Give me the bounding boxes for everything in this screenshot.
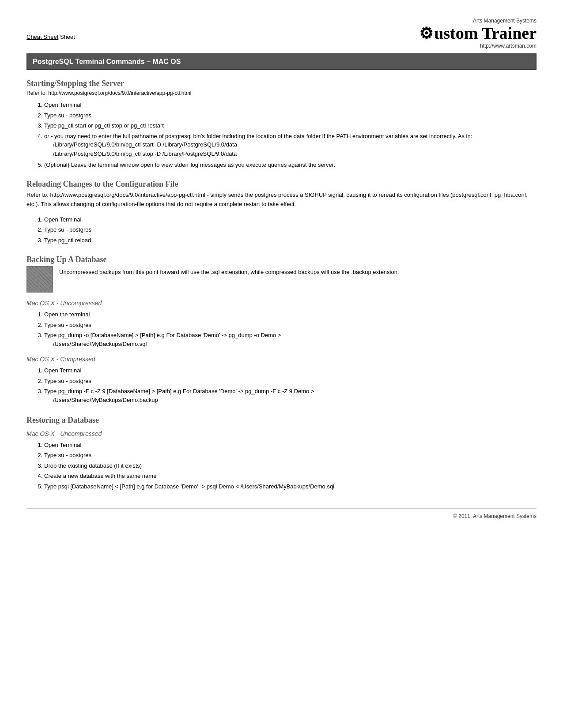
step4-paths: /Library/PostgreSQL/9.0/bin/pg_ctl start…: [53, 140, 537, 159]
steps-list-reloading: Open Terminal Type su - postgres Type pg…: [44, 215, 537, 245]
list-item: (Optional) Leave the terminal window ope…: [44, 161, 537, 169]
list-item: Open Terminal: [44, 441, 537, 450]
list-item: Type su - postgres: [44, 451, 537, 460]
page-title-bar: PostgreSQL Terminal Commands – MAC OS: [26, 53, 537, 70]
list-item: Type su - postgres: [44, 111, 537, 120]
steps-list-backup-uncompressed: Open the terminal Type su - postgres Typ…: [44, 310, 537, 349]
backup-comp-step3-line2: /Users/Shared/MyBackups/Demo.backup: [53, 396, 537, 405]
section-heading-reloading: Reloading Changes to the Configuration F…: [26, 180, 537, 189]
brand-title: ⚙ustom Trainer: [419, 25, 537, 41]
backup-icon: [26, 266, 53, 293]
steps-list-restore-uncompressed: Open Terminal Type su - postgres Drop th…: [44, 441, 537, 491]
brand-area: Arts Management Systems ⚙ustom Trainer h…: [419, 18, 537, 49]
section-starting-stopping: Starting/Stopping the Server Refer to: h…: [26, 79, 537, 169]
list-item: Type pg_dump -o [DatabaseName] > [Path] …: [44, 331, 537, 349]
section-reloading: Reloading Changes to the Configuration F…: [26, 180, 537, 244]
list-item: Type psql [DatabaseName] < [Path] e.g fo…: [44, 482, 537, 491]
steps-list-starting: Open Terminal Type su - postgres Type pg…: [44, 101, 537, 169]
backup-unc-step3-line1: Type pg_dump -o [DatabaseName] > [Path] …: [44, 332, 281, 338]
section-heading-backup: Backing Up A Database: [26, 255, 537, 264]
list-item: Open Terminal: [44, 101, 537, 109]
step4-text: or - you may need to enter the full path…: [44, 133, 472, 139]
company-name: Arts Management Systems: [419, 18, 537, 24]
section-backing-up: Backing Up A Database Uncompressed backu…: [26, 255, 537, 405]
list-item: or - you may need to enter the full path…: [44, 132, 537, 159]
list-item: Type pg_ctl reload: [44, 236, 537, 245]
section-restoring: Restoring a Database Mac OS X - Uncompre…: [26, 416, 537, 491]
brand-url: http://www.artsman.com: [419, 43, 537, 49]
subsection-uncompressed-backup: Mac OS X - Uncompressed: [26, 300, 537, 307]
list-item: Open Terminal: [44, 366, 537, 375]
gear-icon: ⚙: [419, 26, 433, 41]
list-item: Type su - postgres: [44, 225, 537, 234]
list-item: Type su - postgres: [44, 321, 537, 330]
cheat-sheet-label: Cheat Sheet Sheet: [26, 34, 75, 40]
list-item: Type pg_dump -F c -Z 9 [DatabaseName] > …: [44, 387, 537, 405]
steps-list-backup-compressed: Open Terminal Type su - postgres Type pg…: [44, 366, 537, 405]
page-header: Cheat Sheet Sheet Arts Management System…: [26, 18, 537, 49]
section-heading-restoring: Restoring a Database: [26, 416, 537, 425]
list-item: Open Terminal: [44, 215, 537, 224]
backup-note-text: Uncompressed backups from this point for…: [59, 266, 399, 277]
refer-link-starting: Refer to: http://www.postgresql.org/docs…: [26, 90, 537, 96]
section-heading-starting: Starting/Stopping the Server: [26, 79, 537, 88]
list-item: Type pg_ctl start or pg_ctl stop or pg_c…: [44, 121, 537, 130]
page-footer: © 2011, Arts Management Systems: [26, 508, 537, 519]
subsection-uncompressed-restore: Mac OS X - Uncompressed: [26, 430, 537, 437]
copyright-text: © 2011, Arts Management Systems: [453, 513, 537, 519]
backup-comp-step3-line1: Type pg_dump -F c -Z 9 [DatabaseName] > …: [44, 388, 314, 394]
list-item: Create a new database with the same name: [44, 472, 537, 480]
reloading-refer-text: Refer to: http://www.postgresql.org/docs…: [26, 191, 537, 209]
list-item: Type su - postgres: [44, 377, 537, 386]
list-item: Drop the existing database (If it exists…: [44, 462, 537, 470]
subsection-compressed-backup: Mac OS X - Compressed: [26, 356, 537, 363]
backup-note-area: Uncompressed backups from this point for…: [26, 266, 537, 293]
backup-unc-step3-line2: /Users/Shared/MyBackups/Demo.sql: [53, 340, 537, 349]
brand-name: ustom Trainer: [434, 24, 537, 42]
list-item: Open the terminal: [44, 310, 537, 319]
cheat-sheet-text: Cheat Sheet: [26, 34, 58, 40]
